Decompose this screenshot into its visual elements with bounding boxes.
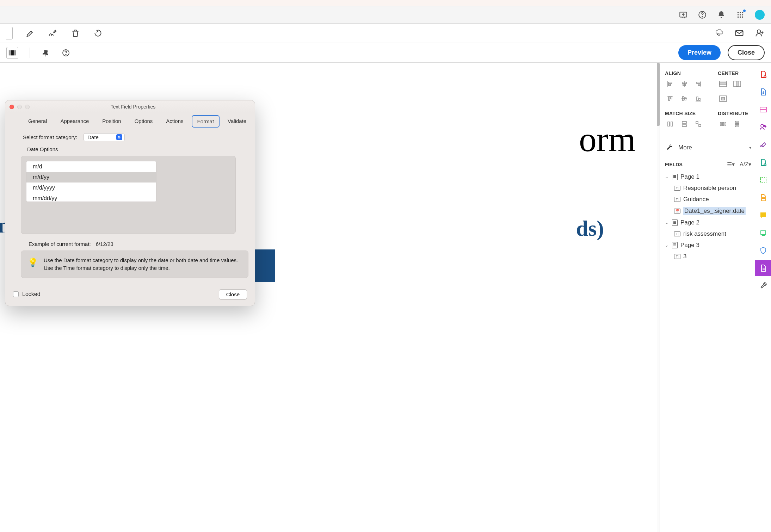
tab-format[interactable]: Format <box>192 115 220 128</box>
pin-icon[interactable] <box>41 48 51 58</box>
tree-field-date1[interactable]: 📅 Date1_es_:signer:date <box>665 205 755 217</box>
close-form-button[interactable]: Close <box>728 45 765 60</box>
checkbox-icon[interactable] <box>13 291 19 297</box>
match-height-icon[interactable] <box>679 120 690 128</box>
envelope-icon[interactable] <box>734 28 744 38</box>
format-option-3[interactable]: mm/dd/yy <box>26 193 156 202</box>
align-bottom-icon[interactable] <box>693 94 704 103</box>
tab-options[interactable]: Options <box>129 115 158 128</box>
rail-prepare-form-icon[interactable] <box>755 260 771 276</box>
dialog-titlebar[interactable]: Text Field Properties <box>5 100 255 113</box>
tree-field-guidance[interactable]: T| Guidance <box>665 194 755 205</box>
trash-icon[interactable] <box>70 28 80 38</box>
example-label: Example of current format: <box>29 241 91 247</box>
format-option-0[interactable]: m/d <box>26 161 156 172</box>
help-icon[interactable] <box>698 10 707 19</box>
svg-rect-47 <box>668 122 670 126</box>
format-category-value: Date <box>87 134 99 140</box>
preview-button[interactable]: Preview <box>678 45 721 60</box>
svg-rect-48 <box>671 122 673 126</box>
rail-scan-icon[interactable] <box>755 225 771 241</box>
match-both-icon[interactable] <box>693 120 704 128</box>
datefield-icon: 📅 <box>674 209 680 214</box>
center-both-icon[interactable] <box>718 94 728 103</box>
center-v-icon[interactable] <box>732 80 742 88</box>
svg-rect-50 <box>682 125 686 126</box>
tree-page-2[interactable]: ⌄ Page 2 <box>665 217 755 228</box>
locked-label: Locked <box>22 291 41 297</box>
tab-position[interactable]: Position <box>97 115 126 128</box>
center-h-icon[interactable] <box>718 80 728 88</box>
help-outline-icon[interactable] <box>61 48 71 58</box>
link-cloud-icon[interactable] <box>714 28 724 38</box>
tab-appearance[interactable]: Appearance <box>55 115 94 128</box>
align-center-v-icon[interactable] <box>679 94 690 103</box>
redo-icon[interactable] <box>93 28 103 38</box>
align-left-icon[interactable] <box>665 80 676 88</box>
main-area: orm m ds) Text Field Properties General … <box>0 63 771 532</box>
rail-more-tools-icon[interactable] <box>755 278 771 294</box>
toolbar-primary <box>0 24 771 43</box>
add-person-icon[interactable] <box>755 28 765 38</box>
apps-grid-icon[interactable] <box>736 10 745 19</box>
locked-checkbox[interactable]: Locked <box>13 291 41 297</box>
distribute-v-icon[interactable] <box>732 120 742 128</box>
svg-rect-51 <box>696 122 698 124</box>
avatar[interactable] <box>755 10 765 20</box>
format-option-2[interactable]: m/d/yyyy <box>26 183 156 193</box>
rail-create-pdf-icon[interactable] <box>755 66 771 82</box>
svg-rect-15 <box>10 50 11 55</box>
rail-export-icon[interactable] <box>755 84 771 100</box>
align-top-icon[interactable] <box>665 94 676 103</box>
toolbar-form: Preview Close <box>0 43 771 63</box>
dialog-title: Text Field Properties <box>30 104 251 110</box>
sort-az-icon[interactable]: A/Z▾ <box>740 161 751 168</box>
traffic-close-icon[interactable] <box>10 105 14 109</box>
distribute-h-icon[interactable] <box>718 120 728 128</box>
rail-compress-icon[interactable] <box>755 172 771 188</box>
scrollbar-track[interactable] <box>657 63 660 532</box>
bell-icon[interactable] <box>717 10 726 19</box>
tree-page-1[interactable]: ⌄ Page 1 <box>665 171 755 183</box>
tab-general[interactable]: General <box>23 115 52 128</box>
traffic-minimize-icon <box>17 105 22 109</box>
match-width-icon[interactable] <box>665 120 676 128</box>
tree-field-responsible[interactable]: T| Responsible person <box>665 183 755 194</box>
tab-calculate[interactable]: Calculate <box>254 115 255 128</box>
svg-rect-20 <box>16 50 16 55</box>
svg-rect-42 <box>720 83 727 85</box>
rail-organize-icon[interactable] <box>755 154 771 171</box>
rail-redact-icon[interactable] <box>755 190 771 206</box>
fields-label: FIELDS <box>665 162 683 167</box>
rail-protect-icon[interactable] <box>755 242 771 259</box>
barcode-icon[interactable] <box>6 47 18 59</box>
format-option-1[interactable]: m/d/yy <box>26 172 156 183</box>
svg-rect-33 <box>668 97 670 100</box>
align-right-icon[interactable] <box>693 80 704 88</box>
tab-validate[interactable]: Validate <box>222 115 252 128</box>
sign-icon[interactable] <box>48 28 58 38</box>
share-screen-icon[interactable] <box>679 10 688 19</box>
chevron-down-icon: ⌄ <box>665 174 669 179</box>
right-tool-rail <box>755 63 771 532</box>
dialog-footer: Locked Close <box>5 284 255 306</box>
date-format-listbox[interactable]: m/d m/d/yy m/d/yyyy mm/dd/yy <box>26 161 156 202</box>
format-category-select[interactable]: Date ⇅ <box>84 133 125 141</box>
sort-lines-icon[interactable]: ☰▾ <box>727 161 735 168</box>
more-tools-row[interactable]: More ▾ <box>665 142 755 156</box>
rail-sign-request-icon[interactable] <box>755 119 771 135</box>
panel-toggle-left[interactable] <box>6 27 13 39</box>
scrollbar-thumb[interactable] <box>657 63 660 126</box>
tree-page-3[interactable]: ⌄ Page 3 <box>665 240 755 251</box>
tree-field-3[interactable]: T| 3 <box>665 251 755 262</box>
tree-field-risk[interactable]: T| risk assessment <box>665 228 755 240</box>
rail-fill-sign-icon[interactable] <box>755 137 771 153</box>
document-canvas[interactable]: orm m ds) Text Field Properties General … <box>0 63 660 532</box>
dialog-close-button[interactable]: Close <box>219 289 247 299</box>
tab-actions[interactable]: Actions <box>161 115 189 128</box>
rail-edit-icon[interactable] <box>755 101 771 118</box>
rail-comment-icon[interactable] <box>755 207 771 223</box>
svg-rect-64 <box>760 177 766 183</box>
highlighter-icon[interactable] <box>25 28 35 38</box>
align-center-h-icon[interactable] <box>679 80 690 88</box>
